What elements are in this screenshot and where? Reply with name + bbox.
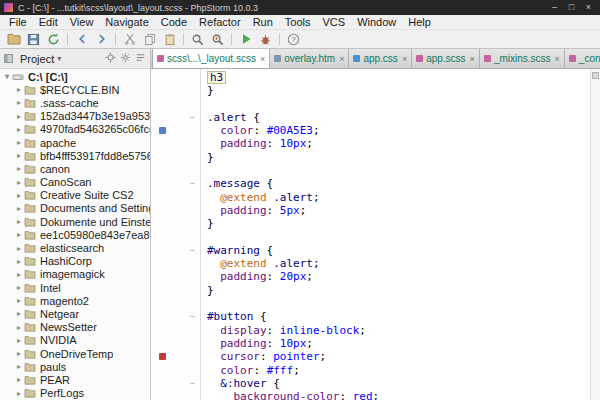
tree-item[interactable]: ▸ee1c05980e843e7ea865de091f68 <box>0 228 150 241</box>
tree-item[interactable]: ▸CanoScan <box>0 176 150 189</box>
locate-icon[interactable] <box>105 52 116 65</box>
editor-tab--mixins-scss[interactable]: _mixins.scss× <box>480 49 565 68</box>
code-line[interactable]: display: inline-block; <box>207 324 590 337</box>
tree-item[interactable]: ▸152ad3447b3e19a953179b5bbc7a <box>0 110 150 123</box>
tree-item[interactable]: ▸bfb4fff53917fdd8e575621ff0286a <box>0 149 150 162</box>
menu-item-refactor[interactable]: Refactor <box>193 15 247 30</box>
expand-icon[interactable]: ▸ <box>14 244 24 253</box>
code-line[interactable]: @extend .alert; <box>207 191 590 204</box>
expand-icon[interactable]: ▸ <box>14 112 24 121</box>
expand-icon[interactable]: ▸ <box>14 323 24 332</box>
close-tab-icon[interactable]: × <box>402 54 407 64</box>
expand-icon[interactable]: ▸ <box>14 257 24 266</box>
tree-root[interactable]: ▾C:\ [C:\] <box>0 70 150 83</box>
expand-icon[interactable]: ▸ <box>14 362 24 371</box>
tree-item[interactable]: ▸4970fad5463265c06fcc <box>0 123 150 136</box>
paste-icon[interactable] <box>160 31 179 48</box>
expand-icon[interactable]: ▸ <box>14 125 24 134</box>
editor-tab--config-scss[interactable]: _config.scss× <box>565 49 600 68</box>
tree-item[interactable]: ▸elasticsearch <box>0 241 150 254</box>
settings-icon[interactable] <box>120 52 131 65</box>
fold-marker-icon[interactable]: − <box>190 111 195 124</box>
code-line[interactable] <box>207 297 590 310</box>
run-icon[interactable] <box>236 31 255 48</box>
back-icon[interactable] <box>72 31 91 48</box>
expand-icon[interactable]: ▸ <box>14 230 24 239</box>
tree-item[interactable]: ▸Documents and Settings <box>0 202 150 215</box>
menu-item-navigate[interactable]: Navigate <box>99 15 154 30</box>
code-line[interactable]: background-color: red; <box>207 390 590 400</box>
code-line[interactable]: h3 <box>207 71 590 84</box>
code-line[interactable]: } <box>207 284 590 297</box>
editor-tab-overlay-htm[interactable]: overlay.htm× <box>270 49 349 68</box>
tree-item[interactable]: ▸apache <box>0 136 150 149</box>
code-line[interactable]: } <box>207 84 590 97</box>
project-panel-title[interactable]: Project <box>20 53 54 65</box>
collapse-icon[interactable] <box>135 52 146 65</box>
editor-tab-app-scss[interactable]: app.scss× <box>412 49 480 68</box>
expand-icon[interactable]: ▸ <box>14 296 24 305</box>
tree-item[interactable]: ▸Netgear <box>0 307 150 320</box>
gutter-change-mark[interactable] <box>159 353 166 360</box>
code-line[interactable]: #button { <box>207 310 590 323</box>
open-file-icon[interactable] <box>4 31 23 48</box>
tree-item[interactable]: ▸canon <box>0 162 150 175</box>
code-line[interactable]: color: #fff; <box>207 364 590 377</box>
close-tab-icon[interactable]: × <box>470 54 475 64</box>
code-line[interactable] <box>207 164 590 177</box>
code-line[interactable] <box>207 98 590 111</box>
chevron-down-icon[interactable]: ▾ <box>57 54 61 63</box>
menu-item-run[interactable]: Run <box>247 15 279 30</box>
menu-item-help[interactable]: Help <box>402 15 437 30</box>
code-line[interactable] <box>207 231 590 244</box>
close-button[interactable]: × <box>581 1 596 14</box>
debug-icon[interactable] <box>256 31 275 48</box>
close-tab-icon[interactable]: × <box>339 54 344 64</box>
tree-item[interactable]: ▸.sass-cache <box>0 96 150 109</box>
expand-icon[interactable]: ▸ <box>14 151 24 160</box>
code-line[interactable]: cursor: pointer; <box>207 350 590 363</box>
code-line[interactable]: padding: 10px; <box>207 137 590 150</box>
editor-tab-scss-layout-scss[interactable]: scss\...\_layout.scss× <box>152 49 270 69</box>
gutter-change-mark[interactable] <box>159 127 166 134</box>
tree-item[interactable]: ▸NewsSetter <box>0 321 150 334</box>
expand-icon[interactable]: ▸ <box>14 204 24 213</box>
forward-icon[interactable] <box>92 31 111 48</box>
code-line[interactable]: } <box>207 217 590 230</box>
code-line[interactable]: } <box>207 151 590 164</box>
find-icon[interactable] <box>188 31 207 48</box>
expand-icon[interactable]: ▸ <box>14 98 24 107</box>
code-line[interactable]: @extend .alert; <box>207 257 590 270</box>
expand-icon[interactable]: ▸ <box>14 375 24 384</box>
tree-item[interactable]: ▸PEAR <box>0 373 150 386</box>
help-icon[interactable]: ? <box>284 31 303 48</box>
code-line[interactable]: padding: 20px; <box>207 270 590 283</box>
tree-item[interactable]: ▸$RECYCLE.BIN <box>0 83 150 96</box>
code-line[interactable]: padding: 10px; <box>207 337 590 350</box>
expand-icon[interactable]: ▸ <box>14 336 24 345</box>
menu-item-window[interactable]: Window <box>351 15 402 30</box>
tree-item[interactable]: ▸magento2 <box>0 294 150 307</box>
menu-item-code[interactable]: Code <box>155 15 193 30</box>
expand-icon[interactable]: ▸ <box>14 217 24 226</box>
expand-icon[interactable]: ▸ <box>14 138 24 147</box>
code-line[interactable]: padding: 5px; <box>207 204 590 217</box>
copy-icon[interactable] <box>140 31 159 48</box>
replace-icon[interactable] <box>208 31 227 48</box>
code-line[interactable]: &:hover { <box>207 377 590 390</box>
expand-icon[interactable]: ▸ <box>14 349 24 358</box>
fold-marker-icon[interactable]: − <box>190 244 195 257</box>
tree-item[interactable]: ▸PerfLogs <box>0 387 150 400</box>
maximize-button[interactable]: □ <box>564 1 579 14</box>
code-line[interactable]: #warning { <box>207 244 590 257</box>
menu-item-file[interactable]: File <box>3 15 33 30</box>
tree-item[interactable]: ▸OneDriveTemp <box>0 347 150 360</box>
synchronize-icon[interactable] <box>44 31 63 48</box>
tree-item[interactable]: ▸imagemagick <box>0 268 150 281</box>
menu-item-vcs[interactable]: VCS <box>317 15 352 30</box>
menu-item-edit[interactable]: Edit <box>33 15 64 30</box>
fold-marker-icon[interactable]: − <box>190 177 195 190</box>
editor-tab-app-css[interactable]: app.css× <box>349 49 412 68</box>
close-tab-icon[interactable]: × <box>555 54 560 64</box>
code-area[interactable]: h3}.alert { color: #00A5E3; padding: 10p… <box>201 69 590 400</box>
